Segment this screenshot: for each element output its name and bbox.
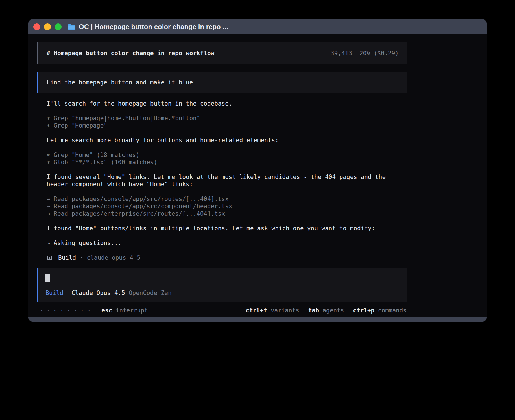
status-line: ~ Asking questions... (47, 239, 407, 247)
agent-name: Build (58, 254, 76, 261)
context-usage: 20% ($0.29) (359, 50, 399, 57)
agent-icon (47, 256, 52, 260)
window-bottom-edge (28, 317, 487, 322)
tool-call-read: → Read packages/console/app/src/routes/[… (47, 195, 407, 203)
spinner-dots: ········ (40, 307, 94, 314)
tool-call-grep: ∗ Grep "Homepage" (47, 122, 407, 129)
session-title: # Homepage button color change in repo w… (47, 50, 214, 57)
user-message-text: Find the homepage button and make it blu… (47, 79, 193, 86)
model-provider: OpenCode Zen (129, 289, 172, 297)
tool-call-glob: ∗ Glob "**/*.tsx" (100 matches) (47, 159, 407, 166)
window-title: OC | Homepage button color change in rep… (79, 23, 228, 31)
prompt-input[interactable]: Build Claude Opus 4.5 OpenCode Zen (37, 268, 407, 302)
assistant-text: I'll search for the homepage button in t… (47, 100, 407, 107)
minimize-button[interactable] (44, 23, 51, 30)
terminal-content: # Homepage button color change in repo w… (28, 34, 487, 317)
session-header: # Homepage button color change in repo w… (37, 42, 407, 64)
agent-mode[interactable]: Build (45, 289, 63, 297)
assistant-text: I found "Home" buttons/links in multiple… (47, 225, 407, 232)
status-bar: ········ esc interrupt ctrl+t variants t… (37, 307, 407, 314)
session-stats: 39,413 20% ($0.29) (331, 50, 399, 57)
shortcut-agents: tab agents (308, 307, 344, 314)
terminal-window: OC | Homepage button color change in rep… (28, 19, 487, 322)
agent-model: · claude-opus-4-5 (80, 254, 140, 261)
traffic-lights (33, 23, 62, 30)
agent-status-line: Build · claude-opus-4-5 (47, 254, 407, 261)
model-name[interactable]: Claude Opus 4.5 (71, 289, 125, 297)
transcript: I'll search for the homepage button in t… (47, 100, 407, 261)
shortcut-commands: ctrl+p commands (353, 307, 407, 314)
tool-call-read: → Read packages/enterprise/src/routes/[.… (47, 210, 407, 217)
tool-call-grep: ∗ Grep "Home" (18 matches) (47, 151, 407, 159)
shortcut-variants: ctrl+t variants (246, 307, 299, 314)
zoom-button[interactable] (55, 23, 62, 30)
close-button[interactable] (33, 23, 40, 30)
folder-icon (68, 24, 75, 30)
assistant-text: Let me search more broadly for buttons a… (47, 137, 407, 144)
titlebar[interactable]: OC | Homepage button color change in rep… (28, 19, 487, 34)
text-cursor (45, 274, 50, 282)
user-message: Find the homepage button and make it blu… (37, 72, 407, 93)
tool-call-read: → Read packages/console/app/src/componen… (47, 203, 407, 210)
input-status-line: Build Claude Opus 4.5 OpenCode Zen (45, 289, 399, 297)
tool-call-grep: ∗ Grep "homepage|home.*button|Home.*butt… (47, 115, 407, 122)
assistant-text: I found several "Home" links. Let me loo… (47, 173, 407, 188)
token-count: 39,413 (331, 50, 352, 57)
shortcut-interrupt: esc interrupt (101, 307, 148, 314)
